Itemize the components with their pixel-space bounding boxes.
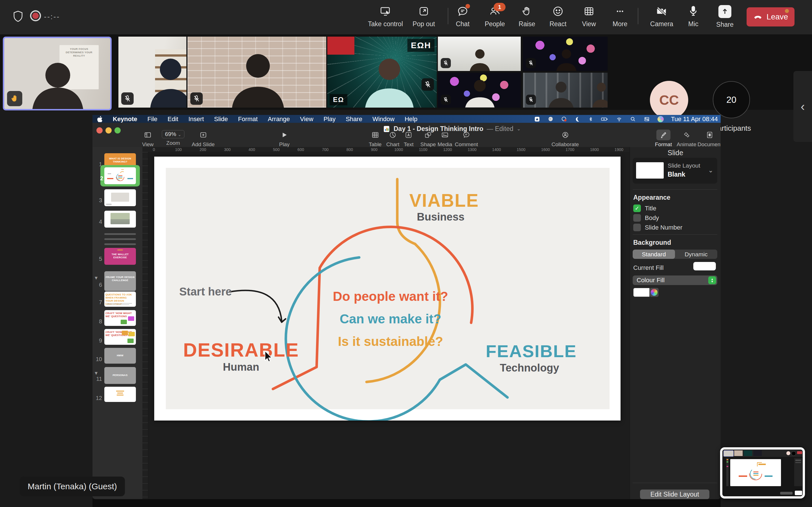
slide-thumbnail-4[interactable] <box>104 211 136 228</box>
battery-icon[interactable] <box>601 116 608 122</box>
shape-button[interactable]: Shape <box>420 130 436 148</box>
close-window-button[interactable] <box>96 127 103 133</box>
video-tile[interactable] <box>118 37 186 108</box>
menu-item-insert[interactable]: Insert <box>188 115 204 123</box>
collapse-group-chevron[interactable]: ▾ <box>95 370 98 376</box>
menu-item-slide[interactable]: Slide <box>214 115 228 123</box>
color-picker-well[interactable] <box>650 288 659 297</box>
viable-sub-label: Business <box>417 211 465 223</box>
menu-item-format[interactable]: Format <box>238 115 258 123</box>
animate-button[interactable]: Animate <box>677 130 696 148</box>
slide-layout-card[interactable]: Slide Layout Blank ⌄ <box>633 158 717 184</box>
collapse-filmstrip-button[interactable]: ‹ <box>794 71 812 142</box>
control-center-icon[interactable] <box>644 116 650 122</box>
more-button[interactable]: More <box>599 5 641 28</box>
skipped-slide-bar[interactable] <box>104 238 136 240</box>
slide-thumbnail-3[interactable] <box>104 189 136 206</box>
table-button[interactable]: Table <box>369 130 382 148</box>
take-control-button[interactable]: Take control <box>364 5 407 28</box>
video-tile[interactable]: EΩH EΩ <box>327 37 437 108</box>
menu-item-share[interactable]: Share <box>346 115 362 123</box>
menu-item-play[interactable]: Play <box>323 115 336 123</box>
stepper-icon[interactable]: ▲▼ <box>708 276 716 284</box>
wifi-icon[interactable] <box>616 116 622 122</box>
mic-off-icon <box>193 95 200 103</box>
slide-thumbnail-8[interactable]: CRAFT 'HOW MIGHT WE' QUESTIONS <box>104 310 136 326</box>
camera-off-icon <box>656 5 668 17</box>
format-button[interactable]: Format <box>655 130 672 148</box>
record-indicator-icon[interactable] <box>29 10 42 22</box>
dynamic-segment[interactable]: Dynamic <box>675 249 717 259</box>
avatar-camilla[interactable]: CC <box>650 81 688 119</box>
view-menu-button[interactable]: View <box>142 130 154 148</box>
fill-color-swatch[interactable] <box>633 288 650 297</box>
video-tile-active-speaker[interactable]: YOUR FOCUS DETERMINES YOUR REALITY <box>3 37 112 110</box>
checkbox-unchecked-icon[interactable] <box>633 214 641 222</box>
notes-app-icon[interactable] <box>548 116 554 122</box>
chevron-down-icon[interactable]: ⌄ <box>517 126 521 132</box>
menu-item-keynote[interactable]: Keynote <box>113 115 137 123</box>
slide-thumbnail-12[interactable] <box>104 387 136 402</box>
slide-thumbnail-9[interactable]: CRAFT 'HOW MIGHT WE' QUESTIONS cont. <box>104 329 136 345</box>
leave-label: Leave <box>767 12 788 21</box>
play-button[interactable]: Play <box>279 130 290 148</box>
screen-record-status-icon[interactable] <box>561 116 567 122</box>
add-slide-button[interactable]: Add Slide <box>192 130 214 148</box>
slide-thumbnail-6[interactable]: FRAME YOUR DESIGN CHALLENGE <box>104 271 136 291</box>
comment-button[interactable]: Comment <box>455 130 478 148</box>
video-tile-small[interactable] <box>523 37 608 71</box>
skipped-slide-bar[interactable] <box>104 233 136 235</box>
mic-muted-badge <box>526 58 536 68</box>
menu-item-arrange[interactable]: Arrange <box>268 115 290 123</box>
slide-page[interactable]: VIABLE Business Do people want it? Can w… <box>154 157 620 420</box>
skipped-slide-bar[interactable] <box>104 243 136 245</box>
collapse-group-chevron[interactable]: ▾ <box>95 274 98 281</box>
text-button[interactable]: Text <box>404 130 414 148</box>
pop-out-button[interactable]: Pop out <box>403 5 445 28</box>
video-tile[interactable] <box>188 37 326 108</box>
menu-item-file[interactable]: File <box>147 115 157 123</box>
participants-count-circle[interactable]: 20 <box>713 81 750 118</box>
slide-thumbnail-2-selected[interactable]: 2 <box>100 165 140 186</box>
menubar-clock[interactable]: Tue 11 Apr 08:44 <box>671 115 718 123</box>
slide-number: 4 <box>94 219 102 225</box>
participant-silhouette <box>588 81 608 108</box>
video-tile-small[interactable] <box>523 73 608 108</box>
do-not-disturb-moon-icon[interactable] <box>574 116 581 122</box>
colour-fill-dropdown[interactable]: Colour Fill ▲▼ <box>633 276 717 285</box>
mic-icon <box>687 5 700 17</box>
slide-thumbnail-7[interactable]: QUESTIONS TO ASK WHEN FRAMING YOUR DESIG… <box>104 291 136 307</box>
meeting-pip[interactable] <box>720 447 805 499</box>
video-tile-small[interactable] <box>438 37 521 71</box>
menu-item-window[interactable]: Window <box>372 115 395 123</box>
minimize-window-button[interactable] <box>105 127 112 133</box>
slide-number-checkbox-row[interactable]: Slide Number <box>633 224 682 231</box>
apple-menu-icon[interactable] <box>97 116 103 122</box>
menu-item-view[interactable]: View <box>300 115 313 123</box>
app-status-icon[interactable] <box>534 116 540 122</box>
menu-item-edit[interactable]: Edit <box>167 115 178 123</box>
bluetooth-icon[interactable] <box>588 116 593 122</box>
body-checkbox-row[interactable]: Body <box>633 214 659 222</box>
spotlight-search-icon[interactable] <box>630 116 636 122</box>
document-button[interactable]: Document <box>698 130 721 148</box>
slide-thumbnail-11[interactable]: PERSONAS <box>104 367 136 384</box>
zoom-window-button[interactable] <box>114 127 121 133</box>
zoom-control[interactable]: 69% ⌄ Zoom <box>162 130 185 146</box>
slide-thumbnail-5[interactable]: THE WALLET EXERCISE <box>104 248 136 265</box>
slide-thumbnail-10[interactable]: HMW <box>104 348 136 363</box>
chart-button[interactable]: Chart <box>386 130 399 148</box>
siri-icon[interactable] <box>658 116 664 122</box>
media-button[interactable]: Media <box>438 130 452 148</box>
checkbox-checked-icon[interactable]: ✓ <box>633 205 641 212</box>
current-fill-swatch[interactable] <box>693 262 716 270</box>
edit-slide-layout-button[interactable]: Edit Slide Layout <box>640 490 709 499</box>
collaborate-button[interactable]: Collaborate <box>552 130 579 148</box>
video-tile-small[interactable] <box>438 73 521 108</box>
chat-icon <box>456 5 469 17</box>
checkbox-unchecked-icon[interactable] <box>633 224 641 231</box>
standard-segment[interactable]: Standard <box>633 249 675 259</box>
title-checkbox-row[interactable]: ✓ Title <box>633 205 656 212</box>
menu-item-help[interactable]: Help <box>405 115 417 123</box>
share-button[interactable]: Share <box>704 5 746 29</box>
